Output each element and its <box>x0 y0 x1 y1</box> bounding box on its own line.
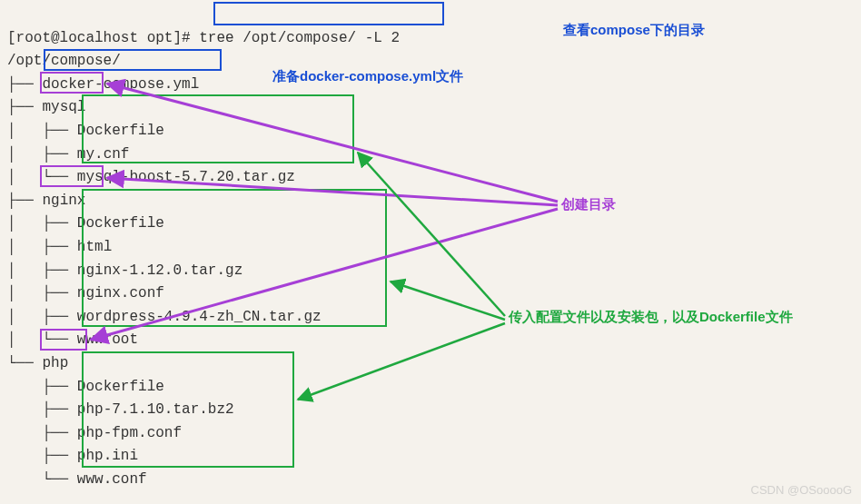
file-item: nginx-1.12.0.tar.gz <box>77 262 242 279</box>
file-item: html <box>77 239 112 255</box>
tree-branch: │ └── <box>7 331 68 348</box>
tree-branch: └── <box>7 471 68 488</box>
file-item: mysql-boost-5.7.20.tar.gz <box>77 169 295 185</box>
tree-branch: ├── <box>7 401 68 418</box>
tree-root: /opt/compose/ <box>7 53 121 69</box>
file-item: php.ini <box>77 448 138 464</box>
tree-branch: ├── <box>7 76 34 93</box>
dir-php: php <box>42 355 68 371</box>
file-item: Dockerfile <box>77 123 164 139</box>
shell-prompt: [root@localhost opt]# <box>7 30 191 46</box>
tree-branch: │ ├── <box>7 123 68 139</box>
file-item: php-fpm.conf <box>77 425 182 441</box>
annotation-prepare-yml: 准备docker-compose.yml文件 <box>272 68 463 85</box>
file-item: nginx.conf <box>77 285 164 301</box>
tree-branch: ├── <box>7 425 68 441</box>
tree-branch: ├── <box>7 99 34 115</box>
file-compose-yml: docker-compose.yml <box>42 76 199 93</box>
file-item: my.cnf <box>77 146 130 163</box>
file-item: wordpress-4.9.4-zh_CN.tar.gz <box>77 309 322 325</box>
file-item: www.conf <box>77 471 147 488</box>
file-item: wwwroot <box>77 331 138 348</box>
annotation-create-dir: 创建目录 <box>561 196 616 213</box>
tree-branch: ├── <box>7 379 68 395</box>
tree-branch: │ ├── <box>7 285 68 301</box>
tree-branch: ├── <box>7 448 68 464</box>
file-item: Dockerfile <box>77 379 164 395</box>
command-text: tree /opt/compose/ -L 2 <box>199 30 400 46</box>
file-item: php-7.1.10.tar.bz2 <box>77 401 234 418</box>
dir-mysql: mysql <box>42 99 85 115</box>
file-item: Dockerfile <box>77 215 164 232</box>
watermark: CSDN @OSooooG <box>751 483 852 497</box>
tree-branch: │ ├── <box>7 215 68 232</box>
annotation-transfer-files: 传入配置文件以及安装包，以及Dockerfile文件 <box>509 309 793 326</box>
tree-branch: │ ├── <box>7 309 68 325</box>
tree-branch: │ └── <box>7 169 68 185</box>
dir-nginx: nginx <box>42 193 85 209</box>
tree-branch: │ ├── <box>7 262 68 279</box>
annotation-view-dir: 查看compose下的目录 <box>563 22 705 39</box>
tree-branch: │ ├── <box>7 146 68 163</box>
tree-branch: │ ├── <box>7 239 68 255</box>
tree-branch: └── <box>7 355 34 371</box>
tree-branch: ├── <box>7 193 34 209</box>
